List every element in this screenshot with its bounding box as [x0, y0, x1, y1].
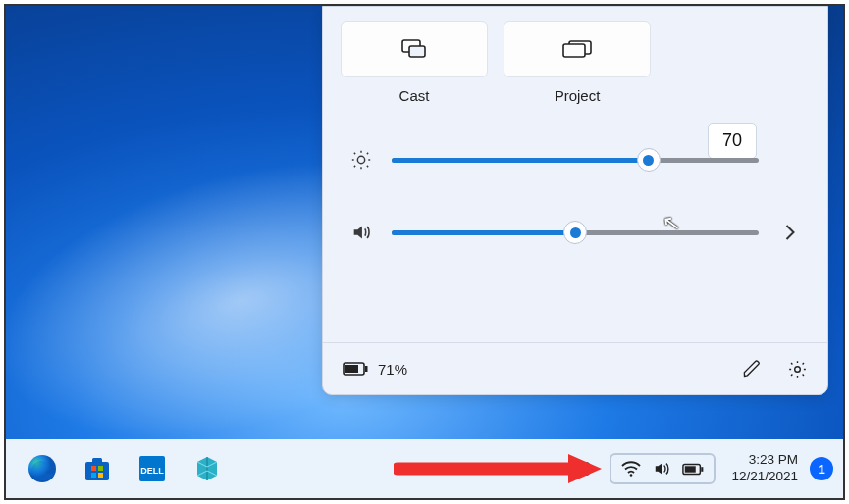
- brightness-tooltip: 70: [708, 123, 757, 159]
- svg-rect-26: [702, 467, 704, 472]
- cast-icon: [401, 39, 427, 59]
- svg-rect-22: [575, 471, 585, 473]
- svg-rect-11: [92, 458, 102, 463]
- edit-quick-settings-icon[interactable]: [742, 359, 762, 378]
- brightness-slider[interactable]: [392, 158, 759, 163]
- clock-date: 12/21/2021: [731, 469, 798, 485]
- project-label: Project: [504, 87, 651, 104]
- svg-rect-1: [409, 46, 425, 57]
- brightness-icon: [348, 149, 374, 171]
- system-tray-quick-settings[interactable]: [610, 453, 716, 484]
- volume-slider-row: [323, 222, 827, 243]
- onedrive-icon[interactable]: [533, 462, 555, 476]
- cast-tile[interactable]: [341, 21, 488, 77]
- edge-icon[interactable]: [26, 452, 59, 485]
- cast-label: Cast: [341, 87, 488, 104]
- notification-badge[interactable]: 1: [810, 457, 833, 480]
- svg-point-4: [357, 156, 364, 163]
- taskbar: DELL 3:23 PM 12/21/2021 1: [6, 439, 843, 498]
- svg-point-20: [579, 466, 581, 468]
- project-icon: [562, 40, 592, 58]
- svg-rect-10: [85, 462, 109, 480]
- svg-text:DELL: DELL: [140, 466, 164, 476]
- speaker-icon: [348, 222, 374, 243]
- battery-icon: [343, 362, 368, 376]
- svg-rect-7: [365, 366, 368, 372]
- svg-point-8: [795, 366, 801, 372]
- svg-rect-15: [98, 473, 103, 478]
- volume-output-chevron[interactable]: [776, 223, 802, 242]
- battery-percent: 71%: [378, 361, 407, 378]
- svg-rect-12: [91, 466, 96, 471]
- quick-settings-flyout: Cast Project 70: [322, 6, 828, 395]
- battery-tray-icon: [682, 463, 704, 476]
- dell-icon[interactable]: DELL: [135, 452, 169, 485]
- clock-time: 3:23 PM: [749, 452, 798, 469]
- svg-rect-25: [685, 466, 696, 472]
- taskbar-clock[interactable]: 3:23 PM 12/21/2021: [731, 452, 798, 485]
- tray-chevron-up-icon[interactable]: [504, 464, 517, 474]
- settings-gear-icon[interactable]: [787, 359, 808, 379]
- keyboard-icon[interactable]: [570, 462, 590, 476]
- speaker-tray-icon: [653, 461, 670, 477]
- svg-rect-6: [345, 365, 358, 373]
- microsoft-store-icon[interactable]: [80, 452, 114, 485]
- wifi-icon: [621, 461, 641, 477]
- project-tile[interactable]: [504, 21, 651, 77]
- volume-slider[interactable]: [392, 230, 759, 235]
- svg-point-19: [575, 466, 577, 468]
- svg-rect-18: [571, 463, 589, 475]
- svg-point-21: [583, 466, 585, 468]
- svg-rect-3: [563, 44, 585, 57]
- svg-rect-13: [98, 466, 103, 471]
- app-stack-icon[interactable]: [190, 452, 224, 485]
- svg-rect-14: [91, 473, 96, 478]
- quick-settings-footer: 71%: [323, 342, 827, 394]
- svg-point-23: [630, 474, 633, 477]
